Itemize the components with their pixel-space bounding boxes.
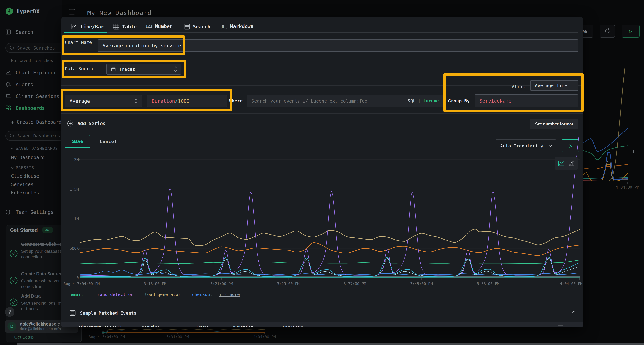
tab-table[interactable]: Table	[113, 23, 137, 30]
svg-text:3:29:00 PM: 3:29:00 PM	[277, 282, 300, 286]
svg-text:2M: 2M	[74, 157, 79, 162]
refresh-button[interactable]	[600, 25, 615, 37]
svg-text:Aug 4 3:04:00 PM: Aug 4 3:04:00 PM	[88, 335, 125, 339]
svg-text:1M: 1M	[74, 217, 79, 221]
download-icon[interactable]: ↓	[569, 325, 572, 328]
svg-text:4:04:00 PM: 4:04:00 PM	[616, 185, 639, 189]
legend-more-link[interactable]: +12 more	[219, 292, 240, 297]
preset-kubernetes[interactable]: Kubernetes	[11, 190, 39, 196]
chart-name-label: Chart Name	[65, 40, 92, 45]
svg-text:3:31:00 PM: 3:31:00 PM	[166, 335, 189, 339]
line-chart-toggle-icon[interactable]	[558, 161, 565, 166]
bar-chart-toggle-icon[interactable]	[569, 161, 574, 166]
help-button[interactable]: ?	[5, 307, 14, 317]
line-chart[interactable]: 0500K1M1.5M2MAug 4 3:04:00 PM3:13:00 PM3…	[62, 136, 583, 291]
legend-item[interactable]: —fraud-detection	[90, 292, 134, 297]
sql-mode-toggle[interactable]: SQL | Lucene	[408, 98, 439, 103]
select-chevrons-icon	[135, 99, 137, 103]
where-search-field[interactable]	[252, 98, 408, 104]
database-icon	[111, 67, 116, 72]
sidebar-item-label: Chart Explorer	[16, 70, 56, 75]
resize-handle-icon[interactable]	[630, 150, 634, 153]
sidebar-collapse-icon[interactable]	[68, 9, 75, 15]
legend-item[interactable]: —email	[66, 292, 84, 297]
section-saved-dashboards[interactable]: SAVED DASHBOARDS	[11, 146, 58, 151]
filter-icon[interactable]	[558, 325, 563, 328]
column-header[interactable]: level	[196, 325, 209, 328]
tab-search[interactable]: Search	[184, 23, 210, 30]
column-resize-handle[interactable]	[192, 325, 192, 328]
sidebar-item-team-settings[interactable]: Team Settings	[5, 209, 54, 215]
tab-line-bar[interactable]: Line/Bar	[70, 23, 104, 30]
sidebar-item-client-sessions[interactable]: Client Sessions	[5, 93, 60, 99]
column-header[interactable]: SpanName	[283, 325, 304, 328]
section-presets[interactable]: PRESETS	[11, 166, 34, 170]
app-logo[interactable]: HyperDX	[5, 7, 40, 15]
column-header[interactable]: service	[142, 325, 160, 328]
tab-number[interactable]: 123 Number	[146, 23, 172, 29]
sample-events-table-header: Timestamp (Local) service level duration…	[61, 322, 583, 328]
sidebar-item-search[interactable]: Search	[5, 29, 33, 35]
preset-clickhouse[interactable]: ClickHouse	[11, 173, 39, 179]
saved-dashboard-my-dashboard[interactable]: My Dashboard	[11, 155, 45, 160]
row-divider	[61, 85, 583, 86]
sample-events-header[interactable]: Sample Matched Events	[70, 310, 136, 316]
chart-type-toggle[interactable]	[554, 157, 578, 170]
column-resize-handle[interactable]	[138, 325, 138, 328]
data-source-select[interactable]: Traces	[106, 64, 181, 74]
group-by-input[interactable]: ServiceName	[475, 94, 578, 107]
column-resize-handle[interactable]	[278, 325, 279, 328]
preset-services[interactable]: Services	[11, 182, 34, 187]
list-icon	[70, 310, 76, 316]
set-number-format-button[interactable]: Set number format	[530, 119, 578, 129]
chart-legend[interactable]: —email—fraud-detection—load-generator—ch…	[66, 292, 240, 297]
svg-text:0: 0	[102, 331, 104, 335]
data-source-label: Data Source	[65, 66, 95, 71]
chart-name-input[interactable]: Average duration by service	[98, 39, 578, 52]
legend-item[interactable]: —checkout	[187, 292, 213, 297]
svg-text:3:37:00 PM: 3:37:00 PM	[344, 282, 366, 286]
chart-editor-modal: Line/Bar Table 123 Number Search M↓ Mark…	[61, 17, 583, 328]
background-chart-right: 4:04:00 PM	[583, 59, 644, 191]
lucene-mode[interactable]: Lucene	[423, 98, 439, 103]
sidebar-item-label: Team Settings	[16, 209, 54, 215]
horizontal-scrollbar[interactable]	[17, 343, 644, 345]
check-circle-icon	[10, 249, 18, 258]
select-chevrons-icon	[174, 67, 176, 71]
sidebar: HyperDX Search No saved searches Chart E…	[0, 0, 62, 345]
tab-markdown[interactable]: M↓ Markdown	[220, 23, 254, 29]
dashboard-run-button[interactable]: ▷	[622, 25, 640, 37]
no-saved-searches-note: No saved searches	[11, 58, 53, 63]
user-email: dale@clickhouse.c	[20, 322, 61, 327]
chevron-down-icon	[11, 166, 14, 169]
section-label: PRESETS	[16, 166, 34, 170]
user-sub: dale@clickhouse.com's	[20, 327, 61, 331]
sidebar-item-label: Search	[16, 29, 33, 35]
sidebar-item-label: Client Sessions	[16, 93, 60, 99]
sidebar-item-chart-explorer[interactable]: Chart Explorer	[5, 70, 56, 75]
add-series-button[interactable]: Add Series	[67, 120, 106, 127]
get-setup-link[interactable]: Get Setup	[14, 335, 34, 340]
field-expression-input[interactable]: Duration/1000	[147, 95, 227, 107]
column-header[interactable]: duration	[233, 325, 254, 328]
create-dashboard-button[interactable]: + Create Dashboard	[11, 119, 62, 125]
aggregation-select[interactable]: Average	[65, 95, 142, 107]
column-header[interactable]: Timestamp (Local)	[78, 325, 122, 328]
background-chart-bottom: 0Aug 4 3:04:00 PM3:31:00 PM4:04:00 PM	[79, 327, 279, 345]
column-resize-handle[interactable]	[228, 325, 229, 328]
laptop-icon	[5, 93, 11, 99]
section-label: SAVED DASHBOARDS	[16, 146, 58, 151]
bell-icon	[5, 81, 11, 87]
alias-input[interactable]: Average Time	[530, 80, 578, 91]
plus-circle-icon	[67, 120, 74, 127]
legend-item[interactable]: —load-generator	[140, 292, 181, 297]
gear-icon	[5, 209, 11, 215]
where-search-input[interactable]: SQL | Lucene	[247, 95, 444, 107]
number-123-icon: 123	[146, 24, 152, 28]
sidebar-item-alerts[interactable]: Alerts	[5, 81, 33, 87]
markdown-icon: M↓	[220, 24, 227, 29]
table-icon	[113, 23, 119, 30]
where-label: Where	[229, 98, 242, 103]
collapse-section-icon[interactable]	[572, 311, 575, 314]
sidebar-item-dashboards[interactable]: Dashboards	[5, 105, 45, 111]
